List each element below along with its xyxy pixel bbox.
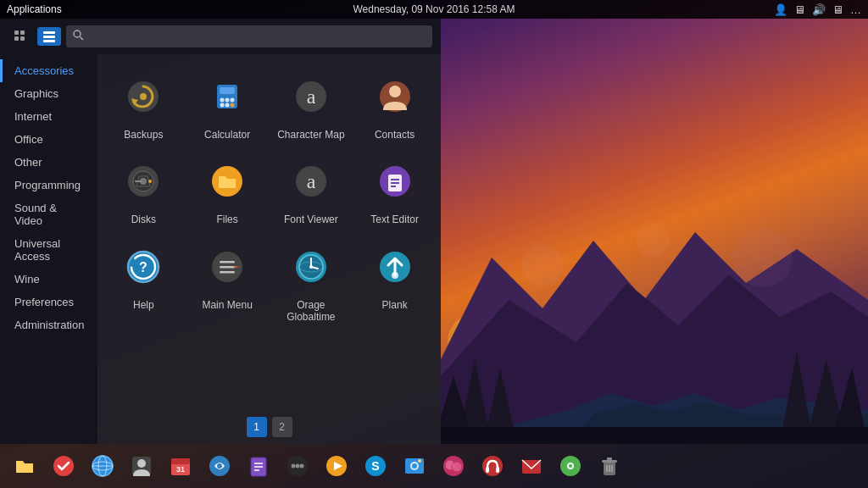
app-label-character-map: Character Map — [277, 129, 344, 141]
app-item-disks[interactable]: Disks — [102, 147, 186, 232]
svg-point-33 — [231, 98, 235, 103]
app-label-orage-globaltime: Orage Globaltime — [273, 299, 350, 324]
svg-point-31 — [220, 98, 225, 103]
app-icon-files — [200, 154, 254, 208]
dock-icon-headphones[interactable] — [475, 448, 510, 484]
sidebar-item-administration[interactable]: Administration — [0, 313, 97, 336]
app-item-calculator[interactable]: Calculator — [186, 63, 270, 147]
dock-icon-calendar[interactable]: 31 — [163, 448, 198, 484]
dock-icon-photos[interactable] — [397, 448, 432, 484]
dock-icon-contacts[interactable] — [124, 448, 159, 484]
svg-point-66 — [309, 265, 313, 269]
desktop-scenery — [441, 190, 868, 444]
app-item-main-menu[interactable]: Main Menu — [186, 233, 270, 330]
taskbar: 31S — [0, 444, 868, 488]
user-icon[interactable]: 👤 — [774, 3, 787, 16]
svg-point-101 — [452, 462, 462, 472]
svg-rect-22 — [43, 36, 55, 38]
search-input[interactable] — [66, 25, 432, 47]
app-label-font-viewer: Font Viewer — [284, 214, 338, 225]
svg-rect-18 — [20, 30, 25, 35]
more-icon[interactable]: … — [850, 3, 861, 16]
panel-left: Applications — [7, 3, 62, 15]
sidebar-item-preferences[interactable]: Preferences — [0, 291, 97, 313]
svg-marker-13 — [441, 427, 868, 444]
svg-point-108 — [569, 464, 572, 468]
search-icon — [73, 30, 84, 43]
svg-point-90 — [300, 464, 304, 469]
dock-icon-vpn[interactable] — [202, 448, 237, 484]
svg-point-98 — [418, 459, 421, 463]
app-icon-character-map: a — [284, 69, 338, 124]
svg-rect-23 — [43, 40, 55, 42]
top-panel: Applications Wednesday, 09 Nov 2016 12:5… — [0, 0, 868, 19]
app-label-plank: Plank — [382, 299, 408, 311]
app-item-help[interactable]: ? Help — [102, 233, 186, 330]
volume-icon[interactable]: 🔊 — [812, 3, 826, 16]
svg-point-69 — [392, 272, 398, 279]
svg-rect-21 — [43, 31, 55, 34]
launcher-header — [0, 19, 441, 54]
svg-text:S: S — [371, 459, 379, 473]
page-button-1[interactable]: 1 — [247, 417, 267, 437]
app-icon-help: ? — [116, 240, 170, 294]
network-icon[interactable]: 🖥 — [794, 3, 805, 16]
apps-grid: Backups Calculator a Character Map Conta… — [97, 54, 441, 410]
svg-point-16 — [636, 224, 670, 258]
svg-rect-30 — [220, 87, 235, 94]
sidebar-item-other[interactable]: Other — [0, 151, 97, 174]
dock-icon-mail[interactable] — [514, 448, 549, 484]
dock-icon-dots[interactable] — [280, 448, 315, 484]
dock-icon-player[interactable] — [319, 448, 354, 484]
list-view-button[interactable] — [37, 27, 61, 46]
grid-view-button[interactable] — [8, 27, 32, 46]
svg-point-15 — [733, 228, 793, 287]
sidebar-item-internet[interactable]: Internet — [0, 105, 97, 128]
dock-icon-tasks[interactable] — [46, 448, 81, 484]
apps-area: Backups Calculator a Character Map Conta… — [97, 54, 441, 444]
page-button-2[interactable]: 2 — [272, 417, 292, 437]
dock-icon-files[interactable] — [7, 448, 42, 484]
svg-point-24 — [74, 30, 81, 37]
app-item-character-map[interactable]: a Character Map — [270, 63, 353, 147]
app-item-text-editor[interactable]: Text Editor — [353, 147, 437, 232]
dock-icon-browser[interactable] — [85, 448, 120, 484]
app-item-plank[interactable]: Plank — [353, 233, 437, 330]
app-label-contacts: Contacts — [375, 129, 415, 141]
app-item-font-viewer[interactable]: a Font Viewer — [270, 147, 353, 232]
app-item-backups[interactable]: Backups — [102, 63, 186, 147]
sidebar-item-wine[interactable]: Wine — [0, 268, 97, 291]
svg-point-34 — [220, 103, 225, 108]
app-item-contacts[interactable]: Contacts — [353, 63, 437, 147]
dock-icon-settings[interactable] — [553, 448, 588, 484]
svg-rect-17 — [14, 30, 19, 35]
dock-icon-skype[interactable]: S — [358, 448, 393, 484]
pagination: 12 — [97, 410, 441, 444]
svg-text:31: 31 — [176, 465, 185, 474]
dock-icon-notes[interactable] — [241, 448, 276, 484]
sidebar-item-office[interactable]: Office — [0, 128, 97, 151]
app-icon-text-editor — [368, 154, 422, 208]
search-wrapper — [66, 25, 432, 47]
svg-point-70 — [53, 456, 74, 476]
display-icon[interactable]: 🖥 — [832, 3, 843, 16]
svg-text:a: a — [307, 170, 316, 192]
dock-icon-trash[interactable] — [592, 448, 627, 484]
svg-point-89 — [296, 464, 300, 469]
app-icon-calculator — [200, 69, 254, 124]
svg-rect-103 — [486, 467, 489, 473]
app-item-orage-globaltime[interactable]: Orage Globaltime — [270, 233, 353, 330]
svg-point-35 — [225, 103, 230, 108]
sidebar-item-programming[interactable]: Programming — [0, 174, 97, 197]
sidebar-item-sound-&-video[interactable]: Sound & Video — [0, 197, 97, 232]
app-label-files: Files — [216, 214, 237, 225]
applications-menu-label[interactable]: Applications — [7, 3, 62, 15]
dock-icon-chat[interactable] — [436, 448, 471, 484]
sidebar-item-universal-access[interactable]: Universal Access — [0, 232, 97, 268]
svg-point-76 — [137, 459, 146, 468]
sidebar-item-accessories[interactable]: Accessories — [0, 59, 97, 82]
app-launcher: AccessoriesGraphicsInternetOfficeOtherPr… — [0, 19, 441, 444]
svg-rect-20 — [20, 36, 25, 41]
app-item-files[interactable]: Files — [186, 147, 270, 232]
sidebar-item-graphics[interactable]: Graphics — [0, 82, 97, 105]
